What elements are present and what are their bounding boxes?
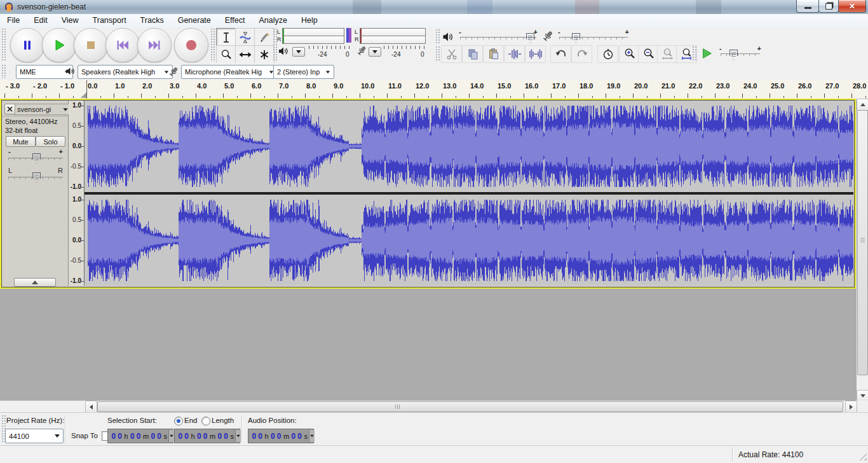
time-digit: 0 — [257, 432, 264, 441]
time-format-dropdown[interactable] — [235, 430, 241, 442]
end-radio[interactable] — [174, 417, 183, 425]
gain-max-label: + — [59, 148, 63, 155]
ruler-minor-tick — [620, 96, 620, 98]
length-radio[interactable] — [201, 417, 210, 425]
mixer-toolbar-grip[interactable] — [436, 29, 440, 43]
restore-button[interactable] — [818, 0, 839, 13]
vertical-scroll-thumb[interactable] — [857, 110, 868, 375]
zoom-in-button[interactable] — [619, 45, 640, 63]
gain-slider[interactable]: - + — [7, 148, 64, 164]
menu-item-view[interactable]: View — [55, 15, 86, 26]
silence-selection-button[interactable] — [525, 45, 546, 63]
menu-item-transport[interactable]: Transport — [86, 15, 133, 26]
skip-to-end-button[interactable] — [137, 28, 172, 62]
close-button[interactable]: ✕ — [838, 0, 866, 13]
waveform-display[interactable] — [85, 100, 853, 286]
playback-speed-slider[interactable]: - + — [719, 46, 761, 60]
vertical-scrollbar[interactable] — [857, 99, 868, 401]
track-title-menu[interactable]: svenson-gi — [15, 104, 71, 115]
input-volume-thumb[interactable] — [572, 33, 580, 43]
scroll-left-button[interactable] — [85, 401, 97, 413]
skip-to-start-button[interactable] — [105, 28, 140, 62]
edit-toolbar-grip[interactable] — [436, 46, 440, 60]
audio-host-select[interactable]: MME — [16, 65, 73, 79]
menu-item-help[interactable]: Help — [294, 15, 325, 26]
close-track-button[interactable] — [4, 104, 15, 114]
playback-speaker-icon — [278, 46, 289, 56]
output-volume-thumb[interactable] — [526, 33, 534, 43]
menu-item-edit[interactable]: Edit — [27, 15, 55, 26]
mute-button[interactable]: Mute — [6, 136, 36, 147]
recording-channels-select[interactable]: 2 (Stereo) Inp — [273, 65, 334, 79]
draw-tool-button[interactable] — [254, 28, 275, 46]
menu-item-file[interactable]: File — [0, 15, 27, 26]
envelope-tool-button[interactable] — [235, 28, 255, 46]
menu-item-effect[interactable]: Effect — [218, 15, 252, 26]
playback-device-speaker-icon — [65, 67, 76, 76]
record-button[interactable] — [174, 28, 208, 62]
stop-button[interactable] — [74, 28, 108, 62]
multi-tool-button[interactable] — [254, 45, 275, 64]
ruler-label: 13.0 — [443, 82, 456, 90]
selection-tool-button[interactable] — [216, 28, 236, 46]
zoom-to-selection-button[interactable] — [657, 45, 678, 63]
timeline-ruler[interactable]: - 3.0- 2.0- 1.00.01.02.03.04.05.06.07.08… — [0, 80, 868, 99]
output-volume-slider[interactable]: - + — [459, 29, 538, 43]
playback-meter-bar-right[interactable] — [282, 36, 344, 44]
transport-toolbar-grip[interactable] — [2, 29, 6, 61]
scroll-up-button[interactable] — [857, 99, 868, 111]
solo-button[interactable]: Solo — [36, 136, 65, 147]
menu-item-generate[interactable]: Generate — [171, 15, 218, 26]
vertical-scale-tick — [81, 146, 84, 147]
menu-item-analyze[interactable]: Analyze — [252, 15, 294, 26]
time-digit: 0 — [196, 432, 203, 441]
input-volume-slider[interactable]: - + — [558, 29, 629, 43]
multi-tool-icon — [258, 48, 271, 61]
minimize-button[interactable] — [796, 0, 819, 13]
recording-meter-dropdown[interactable] — [369, 47, 381, 57]
cut-button[interactable] — [441, 45, 462, 63]
copy-button[interactable] — [462, 45, 483, 63]
transcription-toolbar-grip[interactable] — [693, 46, 696, 60]
ruler-major-tick — [688, 93, 688, 98]
paste-button[interactable] — [483, 45, 504, 63]
play-at-speed-button[interactable] — [698, 45, 715, 62]
ruler-minor-tick — [374, 96, 374, 98]
copy-icon — [466, 48, 479, 60]
horizontal-scroll-thumb[interactable] — [97, 401, 843, 412]
playback-device-select[interactable]: Speakers (Realtek High — [78, 65, 173, 79]
selection-start-field[interactable]: 00h00m00s — [107, 429, 173, 443]
trim-outside-selection-button[interactable] — [504, 45, 525, 63]
time-format-dropdown[interactable] — [168, 430, 174, 442]
redo-button[interactable] — [571, 45, 592, 63]
undo-button[interactable] — [550, 45, 571, 63]
playhead-cursor-marker[interactable] — [81, 92, 86, 98]
statusbar-separator — [732, 448, 733, 462]
recording-device-select[interactable]: Microphone (Realtek Hig — [181, 65, 278, 79]
horizontal-scrollbar[interactable] — [0, 401, 868, 412]
vertical-scale-label: -1.0 — [69, 277, 81, 284]
audio-position-field[interactable]: 00h00m00s — [248, 429, 314, 443]
sync-lock-button[interactable] — [597, 45, 618, 63]
project-rate-select[interactable]: 44100 — [5, 429, 64, 443]
ruler-major-tick — [250, 93, 251, 98]
pan-slider[interactable]: L R — [7, 167, 64, 183]
collapse-track-button[interactable] — [14, 278, 56, 287]
gain-slider-thumb[interactable] — [32, 153, 41, 163]
pan-slider-thumb[interactable] — [32, 172, 41, 183]
pause-button[interactable] — [10, 28, 44, 62]
zoom-out-button[interactable] — [638, 45, 659, 63]
time-shift-tool-button[interactable] — [235, 45, 255, 64]
recording-meter-bar-right[interactable] — [360, 36, 426, 44]
vertical-scale-ruler[interactable]: 1.00.50.0-0.5-1.01.00.50.0-0.5-1.0 — [69, 100, 85, 286]
speed-slider-thumb[interactable] — [729, 50, 738, 60]
zoom-tool-button[interactable] — [216, 45, 236, 64]
play-button[interactable] — [42, 28, 76, 62]
playback-meter-dropdown[interactable] — [292, 47, 305, 57]
time-format-dropdown[interactable] — [309, 430, 315, 442]
selection-end-field[interactable]: 00h00m00s — [174, 429, 240, 443]
device-toolbar-grip[interactable] — [2, 65, 6, 78]
scroll-right-button[interactable] — [845, 401, 857, 413]
menu-item-tracks[interactable]: Tracks — [133, 15, 171, 26]
tools-toolbar-grip[interactable] — [211, 29, 215, 61]
